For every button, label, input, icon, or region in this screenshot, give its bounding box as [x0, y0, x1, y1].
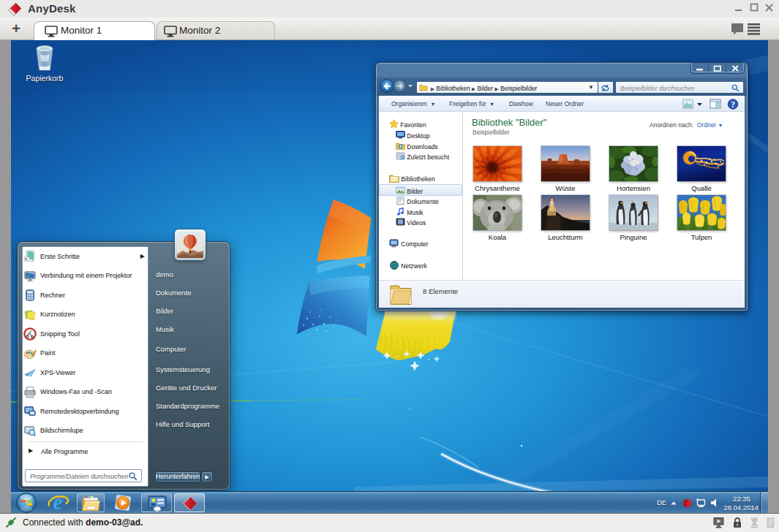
svg-text:?: ? [731, 99, 735, 108]
